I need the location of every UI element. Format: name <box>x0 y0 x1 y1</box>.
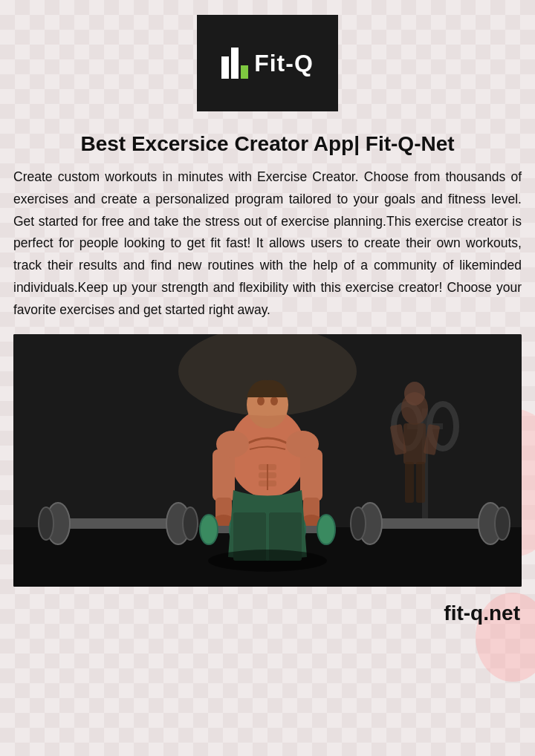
svg-point-21 <box>351 507 366 540</box>
svg-point-22 <box>495 507 510 540</box>
page-content: Fit-Q Best Excersice Creator App| Fit-Q-… <box>0 0 535 634</box>
svg-rect-9 <box>405 462 414 503</box>
svg-point-8 <box>404 382 425 405</box>
logo-container: Fit-Q <box>0 0 535 119</box>
svg-point-45 <box>216 431 249 457</box>
gym-svg <box>13 334 522 587</box>
svg-rect-10 <box>416 462 425 503</box>
svg-point-48 <box>208 550 327 572</box>
logo-text: Fit-Q <box>254 50 314 77</box>
footer-url: fit-q.net <box>444 602 520 625</box>
svg-point-46 <box>286 431 319 457</box>
bar-icon-1 <box>221 56 229 79</box>
bar-icon-3 <box>241 65 248 79</box>
svg-point-42 <box>317 515 335 544</box>
footer: fit-q.net <box>0 599 535 634</box>
logo-icon <box>221 48 248 79</box>
body-text: Create custom workouts in minutes with E… <box>0 166 535 334</box>
logo-box: Fit-Q <box>197 15 338 111</box>
svg-point-16 <box>39 507 54 540</box>
page-title: Best Excersice Creator App| Fit-Q-Net <box>0 119 535 166</box>
svg-rect-7 <box>403 423 426 464</box>
fitness-image <box>13 334 522 587</box>
bar-icon-2 <box>231 48 239 79</box>
svg-point-17 <box>183 507 198 540</box>
svg-point-35 <box>200 515 218 544</box>
